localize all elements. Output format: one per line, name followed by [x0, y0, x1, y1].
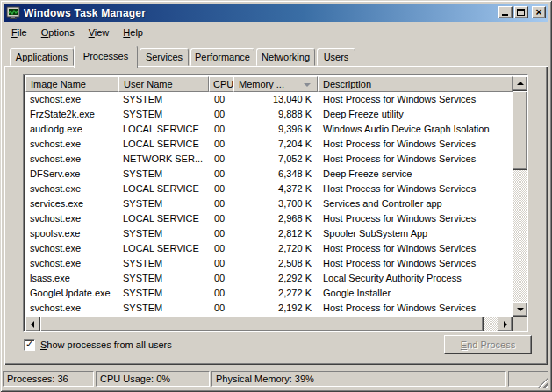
cell-description: Host Process for Windows Services [318, 256, 513, 271]
cell-description: Host Process for Windows Services [318, 241, 513, 256]
scroll-right-button[interactable] [498, 317, 513, 331]
status-processes: Processes: 36 [3, 371, 94, 387]
cell-image-name: services.exe [25, 196, 118, 211]
cell-cpu: 00 [209, 286, 233, 301]
cell-cpu: 00 [209, 107, 233, 122]
cell-memory: 2,272 K [233, 286, 318, 301]
scroll-left-button[interactable] [25, 317, 40, 331]
column-header-description[interactable]: Description [318, 76, 513, 92]
table-row[interactable]: svchost.exeLOCAL SERVICE007,204 KHost Pr… [25, 137, 513, 152]
table-row[interactable]: svchost.exeLOCAL SERVICE004,372 KHost Pr… [25, 182, 513, 196]
scrollbar-corner [513, 317, 527, 331]
title-bar[interactable]: Windows Task Manager × [4, 4, 548, 22]
close-button[interactable]: × [532, 6, 546, 18]
table-row[interactable]: spoolsv.exeSYSTEM002,812 KSpooler SubSys… [25, 226, 513, 241]
task-manager-window: Windows Task Manager × File Options View… [0, 0, 552, 392]
cell-memory: 2,508 K [233, 256, 318, 271]
horizontal-scrollbar-thumb[interactable] [40, 317, 484, 331]
horizontal-scrollbar [25, 317, 513, 331]
cell-cpu: 00 [209, 301, 233, 316]
menu-view[interactable]: View [82, 25, 117, 39]
tab-processes[interactable]: Processes [74, 46, 138, 68]
column-header-memory[interactable]: Memory ... [233, 76, 318, 92]
cell-cpu: 00 [209, 92, 233, 107]
maximize-button[interactable] [514, 6, 528, 18]
sort-descending-icon [304, 83, 311, 87]
cell-description: Services and Controller app [318, 196, 513, 211]
cell-memory: 7,052 K [233, 152, 318, 167]
maximize-icon [517, 9, 525, 16]
table-row[interactable]: FrzState2k.exeSYSTEM009,888 KDeep Freeze… [25, 107, 513, 122]
table-row[interactable]: svchost.exeSYSTEM002,192 KHost Process f… [25, 301, 513, 316]
cell-image-name: svchost.exe [25, 182, 118, 196]
cell-description: Spooler SubSystem App [318, 226, 513, 241]
cell-memory: 2,720 K [233, 241, 318, 256]
table-row[interactable]: DFServ.exeSYSTEM006,348 KDeep Freeze ser… [25, 167, 513, 182]
cell-cpu: 00 [209, 137, 233, 152]
window-title: Windows Task Manager [24, 7, 146, 19]
cell-image-name: GoogleUpdate.exe [25, 286, 118, 301]
tab-users[interactable]: Users [317, 48, 355, 66]
tab-services[interactable]: Services [140, 48, 189, 66]
menu-file[interactable]: File [4, 25, 34, 39]
cell-user-name: SYSTEM [118, 196, 209, 211]
cell-description: Host Process for Windows Services [318, 92, 513, 107]
cell-image-name: audiodg.exe [25, 122, 118, 137]
vertical-scrollbar [513, 76, 527, 317]
tab-networking[interactable]: Networking [256, 48, 315, 66]
table-row[interactable]: svchost.exeLOCAL SERVICE002,720 KHost Pr… [25, 241, 513, 256]
cell-memory: 6,348 K [233, 167, 318, 182]
menu-options[interactable]: Options [34, 25, 82, 39]
cell-memory: 3,700 K [233, 196, 318, 211]
table-row[interactable]: svchost.exeSYSTEM002,508 KHost Process f… [25, 256, 513, 271]
cell-memory: 4,372 K [233, 182, 318, 196]
cell-user-name: SYSTEM [118, 271, 209, 286]
column-header-cpu[interactable]: CPU [209, 76, 233, 92]
cell-user-name: LOCAL SERVICE [118, 137, 209, 152]
cell-user-name: SYSTEM [118, 256, 209, 271]
end-process-button[interactable]: End Process [444, 335, 532, 354]
table-row[interactable]: services.exeSYSTEM003,700 KServices and … [25, 196, 513, 211]
table-row[interactable]: GoogleUpdate.exeSYSTEM002,272 KGoogle In… [25, 286, 513, 301]
cell-cpu: 00 [209, 122, 233, 137]
show-all-users-label[interactable]: Show processes from all users [40, 339, 172, 350]
cell-memory: 9,396 K [233, 122, 318, 137]
table-row[interactable]: svchost.exeLOCAL SERVICE002,968 KHost Pr… [25, 211, 513, 226]
cell-user-name: SYSTEM [118, 167, 209, 182]
scroll-right-icon [504, 321, 507, 328]
table-row[interactable]: svchost.exeSYSTEM0013,040 KHost Process … [25, 92, 513, 107]
show-all-users-checkbox[interactable]: ✓ [24, 339, 35, 351]
checkmark-icon: ✓ [25, 339, 33, 350]
cell-memory: 2,192 K [233, 301, 318, 316]
cell-user-name: LOCAL SERVICE [118, 122, 209, 137]
table-row[interactable]: audiodg.exeLOCAL SERVICE009,396 KWindows… [25, 122, 513, 137]
process-list: Image Name User Name CPU Memory ... Desc… [23, 74, 528, 332]
column-header-user-name[interactable]: User Name [118, 76, 209, 92]
cell-user-name: SYSTEM [118, 226, 209, 241]
minimize-icon [502, 14, 508, 16]
menu-help[interactable]: Help [116, 25, 150, 39]
tab-applications[interactable]: Applications [10, 48, 74, 66]
tab-performance[interactable]: Performance [190, 48, 254, 66]
cell-image-name: FrzState2k.exe [25, 107, 118, 122]
vertical-scrollbar-thumb[interactable] [513, 91, 527, 170]
cell-image-name: svchost.exe [25, 241, 118, 256]
cell-image-name: svchost.exe [25, 211, 118, 226]
table-row[interactable]: lsass.exeSYSTEM002,292 KLocal Security A… [25, 271, 513, 286]
cell-description: Host Process for Windows Services [318, 182, 513, 196]
cell-memory: 7,204 K [233, 137, 318, 152]
column-header-row: Image Name User Name CPU Memory ... Desc… [25, 76, 513, 92]
status-cpu-usage: CPU Usage: 0% [96, 371, 210, 387]
cell-description: Windows Audio Device Graph Isolation [318, 122, 513, 137]
scroll-up-button[interactable] [513, 76, 527, 91]
scroll-down-icon [517, 308, 524, 311]
scroll-down-button[interactable] [513, 302, 527, 317]
cell-image-name: svchost.exe [25, 256, 118, 271]
table-row[interactable]: svchost.exeNETWORK SER...007,052 KHost P… [25, 152, 513, 167]
cell-user-name: SYSTEM [118, 301, 209, 316]
cell-cpu: 00 [209, 211, 233, 226]
column-header-image-name[interactable]: Image Name [25, 76, 118, 92]
minimize-button[interactable] [498, 6, 513, 18]
cell-description: Host Process for Windows Services [318, 211, 513, 226]
cell-cpu: 00 [209, 196, 233, 211]
